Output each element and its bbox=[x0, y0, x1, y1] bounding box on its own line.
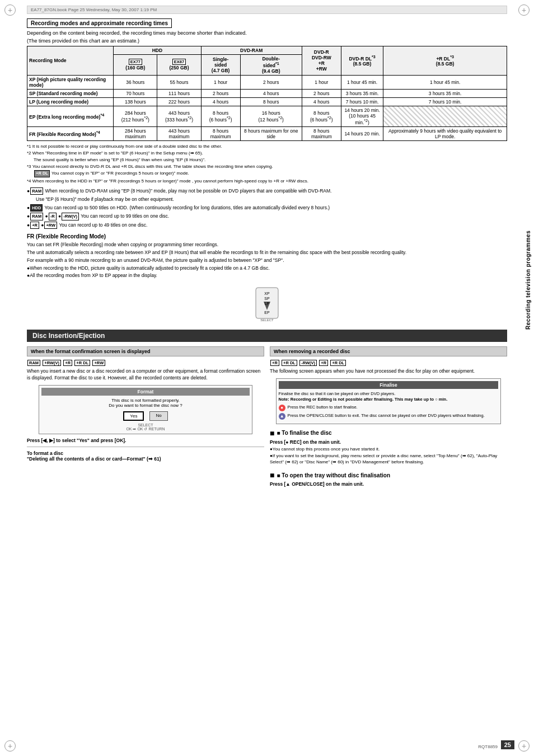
remove-sub-header: When removing a recorded disc bbox=[270, 346, 507, 356]
table-row: EP (Extra long recording mode)*4 284 hou… bbox=[27, 106, 507, 126]
xp-double: 2 hours bbox=[240, 75, 302, 89]
fr-dvdr: 8 hours maximum bbox=[302, 126, 341, 140]
finalise-bullet-1: ●You cannot stop this process once you h… bbox=[270, 446, 507, 452]
rqt-code: RQT8859 bbox=[478, 744, 498, 749]
remove-text-1: The following screen appears when you ha… bbox=[270, 368, 507, 375]
finalise-warning: Note: Recording or Editing is not possib… bbox=[279, 397, 499, 402]
sp-single: 2 hours bbox=[201, 89, 240, 97]
open-tray-instruction: Press [▲ OPEN/CLOSE] on the main unit. bbox=[270, 481, 507, 487]
finalise-bullet-2: ●If you want to set the background, play… bbox=[270, 453, 507, 465]
finalise-disc-heading: ■ ■ To finalise the disc bbox=[270, 429, 507, 438]
footnote-3b: +R DL You cannot copy in "EP" or "FR (re… bbox=[27, 170, 507, 177]
fr-para-2: The unit automatically selects a recordi… bbox=[27, 250, 507, 256]
format-text-1: When you insert a new disc or a disc rec… bbox=[27, 368, 264, 382]
format-sub-header: When the format confirmation screen is d… bbox=[27, 346, 264, 356]
two-col-layout: When the format confirmation screen is d… bbox=[27, 346, 507, 488]
finalise-box: Finalise Finalise the disc so that it ca… bbox=[276, 378, 502, 424]
format-box: Format This disc is not formatted proper… bbox=[39, 385, 252, 434]
mode-lp: LP (Long recording mode) bbox=[27, 97, 114, 106]
disc-insertion-section: Disc Insertion/Ejection When the format … bbox=[27, 330, 507, 488]
recording-modes-title: Recording modes and approximate recordin… bbox=[27, 18, 172, 28]
ex77-tag: EX77 bbox=[129, 59, 142, 65]
lp-rpl: 7 hours 10 min. bbox=[383, 97, 507, 106]
bullet-ram-r-rw: ●RAM ●-R ●-RW(V) You can record up to 99… bbox=[27, 213, 507, 220]
tag-ram: RAM bbox=[27, 360, 40, 366]
fr-diagram: XP SP LP EP SELECT bbox=[27, 285, 507, 324]
lp-dvdr-dl: 7 hours 10 min. bbox=[341, 97, 383, 106]
table-row: LP (Long recording mode) 138 hours 222 h… bbox=[27, 97, 507, 106]
mode-fr: FR (Flexible Recording Mode)*4 bbox=[27, 126, 114, 140]
fr-para-5: ●All the recording modes from XP to EP a… bbox=[27, 273, 507, 279]
to-format-disc: To format a disc "Deleting all the conte… bbox=[27, 450, 264, 462]
ram-tag2: RAM bbox=[30, 213, 43, 220]
col-right-remove: When removing a recorded disc +R +R DL -… bbox=[270, 346, 507, 488]
ep-dvdr: 8 hours(6 hours*2) bbox=[302, 106, 341, 126]
to-format-title: To format a disc bbox=[27, 450, 63, 456]
bullet-plusr-plusrw: ●+R ●+RW You can record up to 49 titles … bbox=[27, 222, 507, 229]
rec-modes-intro-2: (The times provided on this chart are an… bbox=[27, 38, 507, 44]
format-no-btn[interactable]: No bbox=[149, 411, 167, 421]
tag-rwv: +RW(V) bbox=[43, 360, 61, 366]
bullet-notes: ●RAM When recording to DVD-RAM using "EP… bbox=[27, 187, 507, 229]
finalise-box-title: Finalise bbox=[279, 381, 499, 389]
col-rpl-dl: +R DL*3(8.5 GB) bbox=[383, 46, 507, 76]
col-hdd: HDD bbox=[114, 46, 201, 55]
finalise-option-2: ▲ Press the OPEN/CLOSE button to exit. T… bbox=[279, 413, 499, 420]
ram-tag: RAM bbox=[30, 187, 43, 195]
sp-dvdr: 2 hours bbox=[302, 89, 341, 97]
rwv-tag: -RW(V) bbox=[62, 213, 79, 220]
footnote-3a: *3 You cannot record directly to DVD-R D… bbox=[27, 163, 507, 170]
ep-dvdr-dl: 14 hours 20 min.(10 hours 45 min.*2) bbox=[341, 106, 383, 126]
xp-rpl: 1 hour 45 min. bbox=[383, 75, 507, 89]
remove-tags: +R +R DL -RW(V) +R +R DL bbox=[270, 360, 507, 366]
divider bbox=[27, 447, 264, 447]
lp-single: 4 hours bbox=[201, 97, 240, 106]
disc-section-header: Disc Insertion/Ejection bbox=[27, 330, 507, 342]
sp-dvdr-dl: 3 hours 35 min. bbox=[341, 89, 383, 97]
mode-ep: EP (Extra long recording mode)*4 bbox=[27, 106, 114, 126]
svg-text:LP: LP bbox=[265, 302, 270, 306]
table-row: XP (High picture quality recording mode)… bbox=[27, 75, 507, 89]
fr-section: FR (Flexible Recording Mode) You can set… bbox=[27, 233, 507, 324]
footnotes: *1 It is not possible to record or play … bbox=[27, 143, 507, 184]
hdd-tag: HDD bbox=[30, 204, 43, 212]
to-format-text: "Deleting all the contents of a disc or … bbox=[27, 456, 161, 462]
recording-modes-section: Recording modes and approximate recordin… bbox=[27, 18, 507, 229]
r-tag: -R bbox=[49, 213, 57, 220]
svg-text:XP: XP bbox=[264, 292, 270, 295]
svg-text:SELECT: SELECT bbox=[260, 318, 274, 322]
ex87-tag: EX87 bbox=[172, 59, 186, 65]
recording-modes-table: Recording Mode HDD DVD-RAM DVD-RDVD-RW+R… bbox=[27, 46, 507, 141]
fr-para-4: ●When recording to the HDD, picture qual… bbox=[27, 265, 507, 272]
svg-text:SP: SP bbox=[264, 297, 270, 300]
fr-ex87: 443 hours maximum bbox=[157, 126, 201, 140]
format-yes-btn[interactable]: Yes bbox=[123, 411, 144, 421]
tag-rw: +RW bbox=[92, 360, 105, 366]
ep-ex87: 443 hours(333 hours*2) bbox=[157, 106, 201, 126]
open-tray-heading: ■ ■ To open the tray without disc finali… bbox=[270, 471, 507, 480]
fr-rpl: Approximately 9 hours with video quality… bbox=[383, 126, 507, 140]
col-dvdr-dl: DVD-R DL*3(8.5 GB) bbox=[341, 46, 383, 76]
finalise-disc-instruction: Press [● REC] on the main unit. bbox=[270, 439, 507, 445]
footnote-4: *4 When recording to the HDD in "EP" or … bbox=[27, 178, 507, 184]
lp-double: 8 hours bbox=[240, 97, 302, 106]
xp-ex87: 55 hours bbox=[157, 75, 201, 89]
tag-rdl: +R DL bbox=[74, 360, 90, 366]
ep-single: 8 hours(6 hours*2) bbox=[201, 106, 240, 126]
bullet-ram-ep: ●RAM When recording to DVD-RAM using "EP… bbox=[27, 187, 507, 195]
footnote-2b: The sound quality is better when using "… bbox=[27, 157, 507, 163]
finalise-disc-bullets: ●You cannot stop this process once you h… bbox=[270, 446, 507, 466]
col-ex87: EX87(250 GB) bbox=[157, 55, 201, 76]
col-ex77: EX77(160 GB) bbox=[114, 55, 157, 76]
tag-r: +R bbox=[63, 360, 72, 366]
xp-single: 1 hour bbox=[201, 75, 240, 89]
tag-r3: +R bbox=[319, 360, 328, 366]
col-dvd-r: DVD-RDVD-RW+R+RW bbox=[302, 46, 341, 76]
footnote-1: *1 It is not possible to record or play … bbox=[27, 143, 507, 149]
ep-ex77: 284 hours(212 hours*2) bbox=[114, 106, 157, 126]
col-left-format: When the format confirmation screen is d… bbox=[27, 346, 264, 488]
rec-modes-intro-1: Depending on the content being recorded,… bbox=[27, 30, 507, 36]
finalise-box-text1: Finalise the disc so that it can be play… bbox=[279, 391, 499, 402]
bullet-ram-ep-2: Use "EP (6 Hours)" mode if playback may … bbox=[27, 196, 507, 203]
svg-text:EP: EP bbox=[264, 311, 270, 314]
